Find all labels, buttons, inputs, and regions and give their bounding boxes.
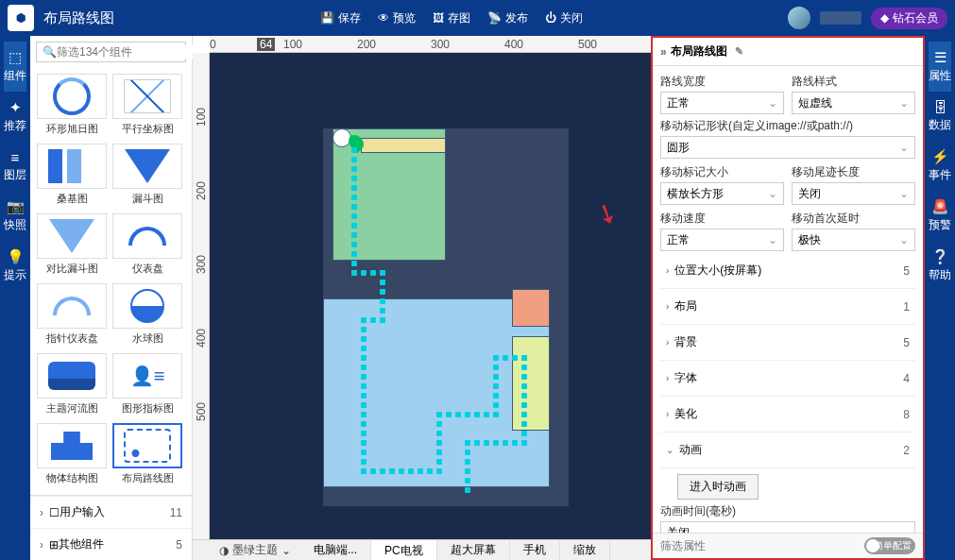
rail-tips[interactable]: 💡提示: [4, 241, 26, 291]
comp-gauge[interactable]: 仪表盘: [110, 210, 185, 280]
group-other[interactable]: ›⊞ 其他组件5: [30, 528, 192, 560]
chevron-right-icon: ›: [666, 265, 669, 276]
preview-icon: 👁: [378, 11, 389, 25]
select-line-width[interactable]: 正常: [660, 92, 784, 114]
app-logo: ⬢: [8, 5, 34, 31]
username: [820, 11, 861, 25]
acc-animation[interactable]: ⌄动画2: [660, 433, 915, 468]
comp-funnel[interactable]: 漏斗图: [110, 140, 185, 210]
tab-pctv[interactable]: PC电视: [371, 539, 437, 561]
collapse-icon[interactable]: »: [660, 45, 667, 59]
tab-desktop[interactable]: 电脑端...: [300, 539, 371, 560]
select-marker-size[interactable]: 横放长方形: [660, 182, 784, 205]
chevron-right-icon: ›: [40, 538, 43, 552]
top-actions: 💾保存 👁预览 🖼存图 📡发布 ⏻关闭: [114, 10, 788, 26]
floorplan-widget[interactable]: 30,20 30,150 60,150 60,200 40,200 40,360…: [323, 128, 569, 506]
acc-beautify[interactable]: ›美化8: [660, 397, 915, 433]
enter-animation-button[interactable]: 进入时动画: [677, 474, 759, 500]
cube-icon: ⬚: [9, 49, 22, 66]
label-marker-shape: 移动标记形状(自定义image://或path://): [660, 118, 915, 134]
label-line-style: 路线样式: [792, 74, 915, 90]
select-marker-shape[interactable]: 圆形: [660, 136, 915, 159]
comp-route-map[interactable]: 布局路线图: [110, 419, 185, 489]
help-icon: ❔: [931, 248, 949, 265]
puzzle-icon: ⊞: [49, 538, 59, 552]
preview-button[interactable]: 👁预览: [378, 10, 416, 26]
acc-font[interactable]: ›字体4: [660, 361, 915, 397]
comp-structure[interactable]: 物体结构图: [34, 419, 110, 489]
acc-position[interactable]: ›位置大小(按屏幕)5: [660, 253, 915, 289]
save-icon: 💾: [320, 11, 334, 25]
panel-footer: 简单配置: [653, 533, 923, 558]
ruler-horizontal: 0 64 100 200 300 400 500 600: [210, 36, 651, 53]
comp-sankey[interactable]: 桑基图: [34, 140, 110, 210]
chevron-down-icon: ⌄: [666, 445, 674, 455]
select-speed[interactable]: 正常: [660, 229, 784, 251]
rail-help[interactable]: ❔帮助: [929, 241, 951, 291]
canvas-area: 0 64 100 200 300 400 500 600 100 200 300…: [193, 36, 651, 560]
tab-zoom[interactable]: 缩放: [560, 539, 610, 560]
chevron-right-icon: ›: [666, 301, 669, 312]
close-button[interactable]: ⏻关闭: [545, 10, 583, 26]
label-marker-size: 移动标记大小: [660, 164, 784, 180]
comp-parallel[interactable]: 平行坐标图: [110, 70, 185, 140]
component-panel: 🔍 环形旭日图 平行坐标图 桑基图 漏斗图 对比漏斗图 仪表盘 指针仪表盘 水球…: [30, 36, 193, 560]
comp-pointer-gauge[interactable]: 指针仪表盘: [34, 280, 110, 349]
save-button[interactable]: 💾保存: [320, 10, 361, 26]
select-delay[interactable]: 极快: [792, 229, 915, 251]
event-icon: ⚡: [931, 148, 949, 165]
simple-config-toggle[interactable]: 简单配置: [864, 537, 915, 554]
select-anim-duration[interactable]: 关闭: [660, 521, 915, 533]
component-grid: 环形旭日图 平行坐标图 桑基图 漏斗图 对比漏斗图 仪表盘 指针仪表盘 水球图 …: [30, 68, 192, 495]
right-rail: ☰属性 🗄数据 ⚡事件 🚨预警 ❔帮助: [925, 36, 955, 560]
tab-mobile[interactable]: 手机: [510, 539, 560, 560]
chevron-down-icon: ⌄: [281, 544, 291, 557]
theme-selector[interactable]: ◑墨绿主题⌄: [210, 542, 300, 558]
ruler-vertical: 100 200 300 400 500: [193, 53, 210, 539]
acc-layout[interactable]: ›布局1: [660, 289, 915, 325]
image-icon: 🖼: [433, 11, 444, 25]
rail-layers[interactable]: ≡图层: [4, 142, 26, 191]
component-search[interactable]: 🔍: [36, 42, 186, 62]
select-line-style[interactable]: 短虚线: [792, 92, 915, 114]
export-image-button[interactable]: 🖼存图: [433, 10, 470, 26]
rail-events[interactable]: ⚡事件: [929, 141, 951, 191]
power-icon: ⏻: [545, 11, 556, 25]
left-rail: ⬚组件 ✦推荐 ≡图层 📷快照 💡提示: [0, 36, 30, 560]
tab-largescreen[interactable]: 超大屏幕: [437, 539, 510, 560]
comp-river[interactable]: 主题河流图: [34, 349, 110, 419]
chevron-right-icon: ›: [666, 373, 669, 383]
app-title: 布局路线图: [43, 9, 114, 27]
bottom-tabs: ◑墨绿主题⌄ 电脑端... PC电视 超大屏幕 手机 缩放: [193, 539, 651, 560]
label-trail: 移动尾迹长度: [792, 164, 915, 180]
avatar[interactable]: [788, 7, 810, 29]
edit-icon[interactable]: ✎: [735, 45, 743, 58]
rail-data[interactable]: 🗄数据: [929, 92, 951, 141]
select-trail[interactable]: 关闭: [792, 182, 915, 205]
comp-pictorial[interactable]: 👤≡图形指标图: [110, 349, 185, 419]
vip-badge[interactable]: ◆钻石会员: [871, 8, 947, 29]
comp-compare-funnel[interactable]: 对比漏斗图: [34, 210, 110, 280]
topbar: ⬢ 布局路线图 💾保存 👁预览 🖼存图 📡发布 ⏻关闭 ◆钻石会员: [0, 0, 955, 36]
chevron-right-icon: ›: [666, 337, 669, 348]
chevron-right-icon: ›: [40, 506, 43, 519]
label-speed: 移动速度: [660, 211, 784, 227]
top-user: ◆钻石会员: [788, 7, 947, 29]
comp-sunburst[interactable]: 环形旭日图: [34, 70, 110, 140]
rail-properties[interactable]: ☰属性: [929, 42, 951, 92]
publish-button[interactable]: 📡发布: [487, 10, 528, 26]
acc-background[interactable]: ›背景5: [660, 325, 915, 361]
checkbox-icon: ☐: [49, 506, 60, 519]
panel-body: 路线宽度正常 路线样式短虚线 移动标记形状(自定义image://或path:/…: [653, 66, 923, 533]
layers-icon: ≡: [11, 149, 20, 165]
group-user-input[interactable]: ›☐ 用户输入11: [30, 496, 192, 528]
rail-snapshot[interactable]: 📷快照: [4, 191, 26, 241]
search-input[interactable]: [57, 45, 198, 59]
filter-props-input[interactable]: [660, 539, 864, 552]
label-line-width: 路线宽度: [660, 74, 784, 90]
comp-liquid[interactable]: 水球图: [110, 280, 185, 349]
rail-components[interactable]: ⬚组件: [4, 42, 26, 92]
rail-recommend[interactable]: ✦推荐: [4, 92, 26, 142]
canvas[interactable]: 30,20 30,150 60,150 60,200 40,200 40,360…: [210, 53, 651, 539]
rail-alert[interactable]: 🚨预警: [929, 191, 951, 241]
